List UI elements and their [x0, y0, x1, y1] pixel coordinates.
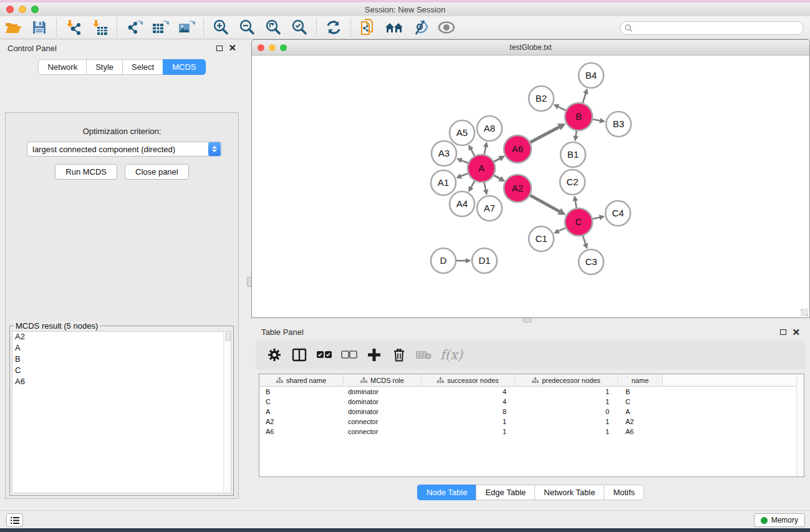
- edge-B-B1[interactable]: [576, 131, 576, 137]
- node-B4[interactable]: B4: [579, 63, 604, 88]
- table-scrollbar[interactable]: [796, 374, 804, 476]
- column-header[interactable]: shared name: [259, 374, 344, 386]
- save-session-button[interactable]: [29, 17, 50, 37]
- node-D1[interactable]: D1: [472, 248, 497, 273]
- edge-A-A8[interactable]: [485, 146, 486, 154]
- node-A8[interactable]: A8: [477, 116, 502, 141]
- settings-gear-button[interactable]: [264, 344, 284, 365]
- hide-graphics-details-button[interactable]: [410, 17, 431, 37]
- search-field[interactable]: [620, 21, 804, 35]
- network-window-titlebar[interactable]: testGlobe.txt: [252, 40, 809, 56]
- float-table-panel-icon[interactable]: [780, 329, 786, 335]
- node-B1[interactable]: B1: [561, 142, 586, 167]
- table-row[interactable]: A2connector11A2: [259, 417, 804, 427]
- new-network-from-selection-button[interactable]: [357, 17, 378, 37]
- network-canvas[interactable]: B4B2BB3B1A5A8A3A6AA1A4A7A2C2C4CC1C3DD1: [252, 56, 809, 317]
- column-header[interactable]: predecessor nodes: [515, 374, 618, 386]
- node-A2[interactable]: A2: [504, 175, 531, 202]
- tab-style[interactable]: Style: [86, 59, 122, 75]
- dropdown-stepper-icon[interactable]: [208, 142, 221, 156]
- table-row[interactable]: A6connector11A6: [259, 427, 804, 437]
- node-A1[interactable]: A1: [431, 170, 456, 195]
- node-C[interactable]: C: [565, 208, 592, 236]
- zoom-out-button[interactable]: [236, 17, 258, 37]
- graph-nodes[interactable]: B4B2BB3B1A5A8A3A6AA1A4A7A2C2C4CC1C3DD1: [431, 63, 631, 274]
- node-C4[interactable]: C4: [605, 201, 630, 226]
- export-image-button[interactable]: [176, 17, 197, 37]
- edge-A2-C[interactable]: [530, 195, 560, 211]
- optimization-criterion-dropdown[interactable]: largest connected component (directed): [27, 142, 222, 157]
- task-history-button[interactable]: [6, 513, 23, 527]
- tab-motifs[interactable]: Motifs: [604, 485, 644, 500]
- close-panel-button[interactable]: Close panel: [125, 164, 189, 180]
- zoom-fit-button[interactable]: [263, 17, 284, 37]
- node-A7[interactable]: A7: [477, 196, 502, 221]
- float-panel-icon[interactable]: [216, 46, 223, 51]
- edge-A-A7[interactable]: [485, 183, 486, 191]
- node-A5[interactable]: A5: [450, 120, 475, 145]
- open-file-button[interactable]: [2, 17, 24, 37]
- result-item[interactable]: A2: [12, 332, 231, 343]
- zoom-in-button[interactable]: [210, 17, 231, 37]
- edge-A-A3[interactable]: [461, 160, 468, 163]
- edge-C-C2[interactable]: [575, 200, 576, 208]
- close-panel-icon[interactable]: ✕: [228, 45, 236, 51]
- show-hide-eye-button[interactable]: [436, 17, 457, 37]
- deselect-all-button[interactable]: [339, 344, 359, 365]
- result-item[interactable]: A: [12, 343, 231, 354]
- edge-B-B3[interactable]: [593, 119, 601, 120]
- column-layout-button[interactable]: [289, 344, 309, 365]
- table-header-row[interactable]: shared nameMCDS rolesuccessor nodesprede…: [259, 374, 804, 387]
- tab-node-table[interactable]: Node Table: [417, 485, 476, 500]
- memory-button[interactable]: Memory: [754, 513, 805, 527]
- column-header[interactable]: MCDS role: [344, 374, 422, 386]
- export-network-button[interactable]: [123, 17, 145, 37]
- edge-A-A5[interactable]: [471, 148, 475, 155]
- run-mcds-button[interactable]: Run MCDS: [55, 164, 117, 180]
- node-A[interactable]: A: [468, 155, 495, 182]
- edge-A-A2[interactable]: [494, 175, 501, 179]
- horizontal-splitter-grip[interactable]: [523, 317, 532, 322]
- node-A4[interactable]: A4: [450, 191, 475, 216]
- result-item[interactable]: B: [12, 354, 231, 365]
- refresh-layout-button[interactable]: [323, 17, 344, 37]
- import-network-button[interactable]: [63, 17, 84, 37]
- select-all-button[interactable]: [314, 344, 334, 365]
- column-header[interactable]: successor nodes: [422, 374, 515, 386]
- zoom-selected-button[interactable]: [289, 17, 310, 37]
- tab-network[interactable]: Network: [38, 59, 86, 75]
- table-row[interactable]: Bdominator41B: [259, 387, 804, 397]
- search-input[interactable]: [633, 22, 803, 34]
- tab-mcds[interactable]: MCDS: [163, 59, 205, 75]
- node-C2[interactable]: C2: [560, 170, 585, 195]
- column-header[interactable]: name: [618, 374, 663, 386]
- import-table-button[interactable]: [89, 17, 110, 37]
- node-D[interactable]: D: [431, 248, 456, 273]
- node-B[interactable]: B: [565, 103, 592, 130]
- node-A3[interactable]: A3: [432, 141, 456, 166]
- edge-A6-B[interactable]: [530, 127, 560, 142]
- result-item[interactable]: C: [12, 365, 231, 377]
- edge-A-A6[interactable]: [494, 158, 500, 162]
- add-row-button[interactable]: [364, 344, 384, 365]
- node-C1[interactable]: C1: [529, 226, 554, 251]
- edge-B-B4[interactable]: [583, 93, 586, 103]
- edge-A-A4[interactable]: [471, 181, 475, 188]
- cybrowser-home-button[interactable]: [383, 17, 405, 37]
- delete-row-button[interactable]: [389, 344, 409, 365]
- edge-C-C1[interactable]: [557, 228, 566, 231]
- result-scrollbar[interactable]: [223, 332, 231, 493]
- result-item[interactable]: A6: [12, 377, 231, 388]
- node-C3[interactable]: C3: [579, 249, 604, 274]
- tab-select[interactable]: Select: [122, 59, 163, 75]
- edge-C-C4[interactable]: [592, 217, 600, 219]
- export-table-button[interactable]: [150, 17, 171, 37]
- node-B3[interactable]: B3: [606, 112, 631, 137]
- window-resize-handle[interactable]: [801, 309, 808, 316]
- edge-C-C3[interactable]: [583, 236, 586, 244]
- table-row[interactable]: Cdominator41C: [259, 397, 804, 407]
- node-A6[interactable]: A6: [504, 135, 531, 163]
- tab-edge-table[interactable]: Edge Table: [476, 485, 534, 500]
- close-table-panel-icon[interactable]: ✕: [792, 329, 800, 336]
- edge-A-A1[interactable]: [460, 173, 468, 177]
